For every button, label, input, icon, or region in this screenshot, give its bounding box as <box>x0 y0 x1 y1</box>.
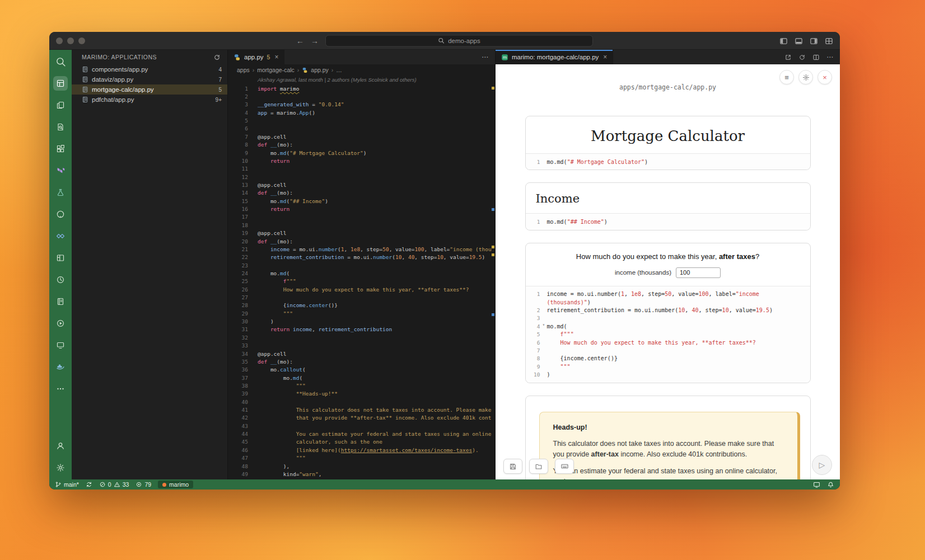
minimize-window-button[interactable] <box>67 37 74 44</box>
open-folder-button[interactable] <box>529 459 548 474</box>
cell-code[interactable]: 1income = mo.ui.number(1, 1e8, step=50, … <box>526 286 810 383</box>
back-icon[interactable]: ← <box>296 37 304 45</box>
problems-status[interactable]: 0 33 <box>99 481 129 488</box>
sidebar-item-pdfchat[interactable]: pdfchat/app.py9+ <box>72 95 227 105</box>
breadcrumb-separator: › <box>297 67 300 73</box>
code-line: 49 kind="warn", <box>228 470 492 478</box>
more-views-icon[interactable] <box>53 382 68 396</box>
layout-view-icon[interactable] <box>53 251 68 265</box>
code-line: 50 ) <box>228 478 492 479</box>
code-line: 33 <box>228 342 492 350</box>
code-line: 35def __(mo): <box>228 357 492 365</box>
app-settings-gear-icon[interactable] <box>798 70 813 84</box>
marimo-webview: ≡ × apps/mortgage-calc/app.py Mortgage C… <box>496 64 840 479</box>
income-input[interactable] <box>676 267 721 278</box>
marimo-task-status[interactable]: marimo <box>158 481 193 488</box>
toggle-secondary-sidebar-icon[interactable] <box>810 37 818 45</box>
sidebar-title: MARIMO: APPLICATIONS <box>82 54 213 60</box>
breadcrumb-item[interactable]: … <box>336 67 342 73</box>
close-window-button[interactable] <box>56 37 63 44</box>
refresh-icon[interactable] <box>213 54 221 61</box>
running-indicator-dot <box>162 483 166 487</box>
code-line: 30 ) <box>228 317 492 325</box>
git-blame-annotation: Akshay Agrawal, last month | 2 authors (… <box>228 76 495 84</box>
breadcrumb-item[interactable]: mortgage-calc <box>257 67 295 73</box>
code-line: 23 <box>228 261 492 269</box>
breadcrumb-separator: › <box>331 67 334 73</box>
ruler-decoration <box>492 313 494 316</box>
code-line: 34@app.cell <box>228 350 492 357</box>
menu-icon[interactable]: ≡ <box>779 70 794 84</box>
beaker-icon[interactable] <box>53 185 68 200</box>
breadcrumb: apps›mortgage-calc›app.py›… <box>228 64 495 76</box>
extensions-icon[interactable] <box>53 142 68 156</box>
customize-layout-icon[interactable] <box>825 37 833 45</box>
tab-app-py[interactable]: app.py 5 × <box>228 50 284 64</box>
code-line: 9 """ <box>531 363 805 370</box>
search-editor-icon[interactable] <box>53 120 68 134</box>
docker-icon[interactable] <box>53 360 68 374</box>
run-button[interactable]: ▷ <box>812 455 832 475</box>
remote-explorer-icon[interactable] <box>53 338 68 352</box>
marimo-applications-icon[interactable] <box>53 76 68 91</box>
split-editor-icon[interactable] <box>812 54 820 61</box>
more-actions-icon[interactable]: ⋯ <box>482 53 488 61</box>
forward-icon[interactable]: → <box>311 37 319 45</box>
shutdown-close-icon[interactable]: × <box>817 70 832 84</box>
item-count-badge: 7 <box>218 77 222 83</box>
command-center-search[interactable]: demo-apps <box>325 35 593 46</box>
screen-share-icon[interactable] <box>813 481 820 488</box>
sync-icon <box>86 481 92 488</box>
sidebar-item-components[interactable]: components/app.py4 <box>72 64 227 74</box>
code-line: 48 ), <box>228 462 492 470</box>
breadcrumb-item[interactable]: apps <box>237 67 250 73</box>
reload-icon[interactable] <box>798 54 806 61</box>
gitlens-icon[interactable] <box>53 229 68 243</box>
sync-status[interactable] <box>86 481 92 488</box>
notebook-cell-income: Income 1mo.md("## Income") <box>525 182 811 230</box>
code-line: 11 <box>228 165 492 173</box>
close-tab-icon[interactable]: × <box>603 53 607 61</box>
close-tab-icon[interactable]: × <box>274 53 278 61</box>
toggle-primary-sidebar-icon[interactable] <box>779 37 788 45</box>
tab-problems-badge: 5 <box>267 54 270 60</box>
warning-callout: Heads-up! This calculator does not take … <box>539 412 800 479</box>
github-icon[interactable] <box>53 207 68 222</box>
open-external-icon[interactable] <box>784 54 792 61</box>
tab-marimo-preview[interactable]: m marimo: mortgage-calc/app.py × <box>496 50 613 64</box>
git-branch-status[interactable]: main* <box>55 481 79 488</box>
code-line: 43 <box>228 422 492 430</box>
vscode-window: ← → demo-apps <box>49 32 840 490</box>
fold-chevron-icon[interactable]: ▾ <box>543 322 545 327</box>
code-line: 9 mo.md("# Mortgage Calculator") <box>228 149 492 157</box>
toggle-panel-icon[interactable] <box>795 37 803 45</box>
code-line: 40 <box>228 398 492 406</box>
terraform-icon[interactable] <box>53 163 68 178</box>
history-icon[interactable] <box>53 272 68 287</box>
code-line: 5 f""" <box>531 331 805 338</box>
more-actions-icon[interactable]: ⋯ <box>826 53 833 61</box>
callout-title: Heads-up! <box>553 422 784 433</box>
save-button[interactable] <box>503 459 522 474</box>
breadcrumb-separator: › <box>253 67 255 73</box>
account-icon[interactable] <box>53 439 68 453</box>
sidebar-item-dataviz[interactable]: dataviz/app.py7 <box>72 74 227 84</box>
settings-gear-icon[interactable] <box>53 460 68 475</box>
explorer-copy-icon[interactable] <box>53 98 68 112</box>
zoom-window-button[interactable] <box>78 37 85 44</box>
extra-counter-status[interactable]: 79 <box>136 481 151 488</box>
code-line: 15 mo.md("## Income") <box>228 197 492 205</box>
run-debug-icon[interactable] <box>53 316 68 331</box>
breadcrumb-item[interactable]: app.py <box>311 67 329 73</box>
code-editor[interactable]: 1import marimo23__generated_with = "0.0.… <box>228 84 495 479</box>
code-line: 36 mo.callout( <box>228 366 492 374</box>
notebook-icon[interactable] <box>53 294 68 309</box>
keyboard-shortcuts-button[interactable] <box>555 459 574 474</box>
cell-code[interactable]: 1mo.md("# Mortgage Calculator") <box>526 153 810 170</box>
preview-group: m marimo: mortgage-calc/app.py × ⋯ ≡ <box>496 50 840 479</box>
sidebar-item-mortgage-calc[interactable]: mortgage-calc/app.py5 <box>72 84 227 95</box>
search-icon[interactable] <box>53 54 68 69</box>
code-line: 2 <box>228 92 492 100</box>
cell-code[interactable]: 1mo.md("## Income") <box>526 213 810 229</box>
notifications-bell-icon[interactable] <box>827 481 834 488</box>
